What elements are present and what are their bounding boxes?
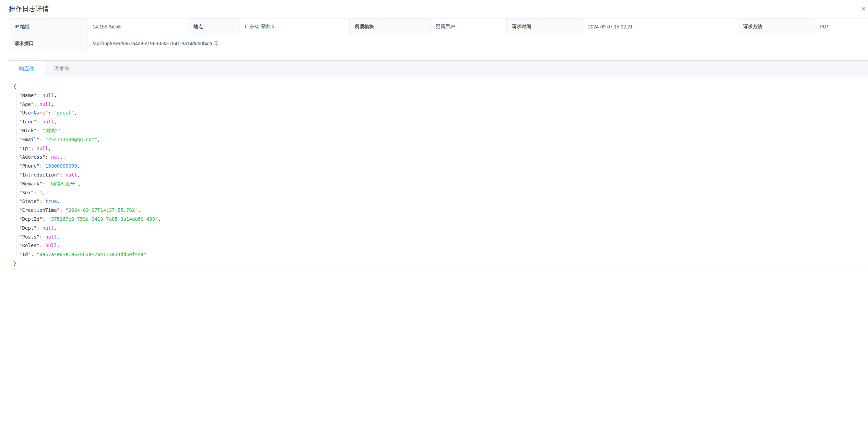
field-module-label: 所属模块 [350,19,431,35]
json-line: "CreationTime": "2024-09-07T14:37:55.782… [19,206,861,215]
operation-log-drawer: 操作日志详情 ✕ IP 地址 14.155.34.58 地点 广东省 深圳市 所… [0,0,868,269]
json-line: "Nick": "测试2", [19,126,861,135]
body-tabs-card: 响应体 请求体 { "Name": null,"Age": null,"User… [9,60,868,269]
tabs-header: 响应体 请求体 [9,61,868,77]
field-method-value: PUT [814,19,868,35]
json-line: "Sex": 1, [19,189,861,197]
tab-response-body[interactable]: 响应体 [9,61,44,77]
field-time-label: 请求时间 [507,19,583,35]
json-line: "Email": "454313500@qq.com", [19,135,861,144]
tab-request-body[interactable]: 请求体 [44,61,79,77]
field-location-label: 地点 [188,19,239,35]
field-ip-label: IP 地址 [9,19,87,35]
json-line: "State": true, [19,197,861,206]
json-line: "Dept": null, [19,224,861,233]
summary-row-1: IP 地址 14.155.34.58 地点 广东省 深圳市 所属模块 更新用户 … [9,19,868,35]
json-open-brace: { [13,82,861,91]
json-line: "Phone": 15900000000, [19,162,861,171]
drawer-header: 操作日志详情 ✕ [0,0,868,16]
field-endpoint-value: /api/app/user/9a57a4e8-e196-663a-7841-3a… [93,41,212,46]
response-body-panel: { "Name": null,"Age": null,"UserName": "… [9,77,868,275]
log-summary-table: IP 地址 14.155.34.58 地点 广东省 深圳市 所属模块 更新用户 … [9,18,868,52]
json-line: "UserName": "guest", [19,109,861,118]
json-line: "Address": null, [19,153,861,162]
json-line: "Age": null, [19,100,861,109]
json-line: "Remark": "懒得创账号", [19,180,861,189]
field-location-value: 广东省 深圳市 [239,19,350,35]
field-endpoint-label: 请求接口 [9,35,87,52]
json-line: "Introduction": null, [19,171,861,180]
json-line: "Roles": null, [19,241,861,250]
response-json-viewer: { "Name": null,"Age": null,"UserName": "… [13,82,861,268]
json-close-brace: } [13,259,861,268]
field-method-label: 请求方法 [738,19,814,35]
summary-row-2: 请求接口 /api/app/user/9a57a4e8-e196-663a-78… [9,35,868,52]
copy-icon[interactable] [214,41,220,46]
json-line: "Icon": null, [19,118,861,126]
json-line: "Id": "9a57a4e8-e196-663a-7841-3a14dd60f… [19,250,861,259]
json-line: "DeptId": "375167e0-759a-0410-7a85-3a14d… [19,215,861,224]
json-line: "Name": null, [19,91,861,100]
close-icon[interactable]: ✕ [861,6,866,12]
field-ip-value: 14.155.34.58 [87,19,188,35]
json-line: "Posts": null, [19,233,861,242]
drawer-title: 操作日志详情 [9,4,49,13]
field-endpoint-cell: /api/app/user/9a57a4e8-e196-663a-7841-3a… [87,35,868,52]
field-time-value: 2024-09-07 15:02:21 [583,19,738,35]
response-json-entries: "Name": null,"Age": null,"UserName": "gu… [13,91,861,259]
field-module-value: 更新用户 [431,19,507,35]
json-line: "Ip": null, [19,144,861,153]
